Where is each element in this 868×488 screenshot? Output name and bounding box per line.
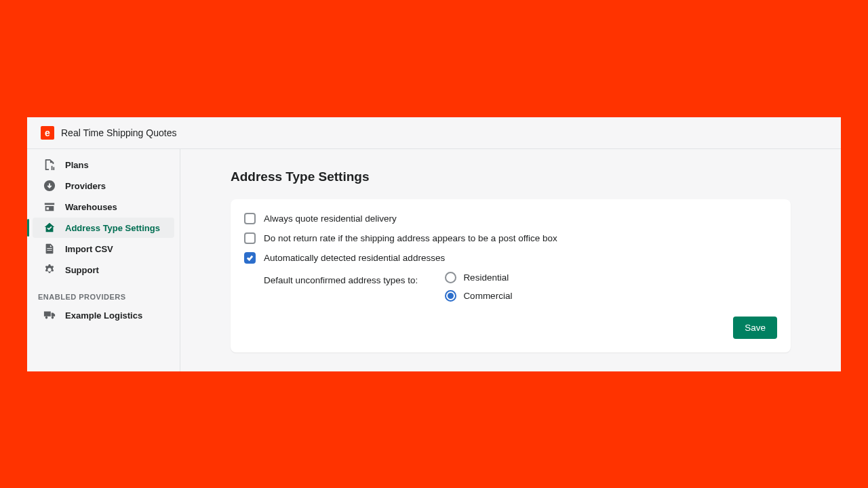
checkbox-icon (244, 213, 256, 224)
main-content: Address Type Settings Always quote resid… (180, 149, 841, 371)
default-address-type-section: Default unconfirmed address types to: Re… (244, 272, 777, 308)
sidebar-provider-item[interactable]: Example Logistics (33, 305, 174, 325)
settings-card: Always quote residential delivery Do not… (231, 199, 791, 352)
checkbox-label: Automatically detected residential addre… (264, 253, 445, 263)
checkbox-icon (244, 252, 256, 264)
sidebar-item-import-csv[interactable]: Import CSV (33, 239, 174, 259)
app-body: Plans Providers Warehouses Address Type … (27, 149, 841, 371)
radio-label: Residential (463, 272, 509, 283)
radio-icon (445, 272, 456, 283)
sidebar-item-label: Support (65, 265, 99, 275)
gear-icon (43, 264, 56, 276)
sidebar: Plans Providers Warehouses Address Type … (27, 149, 180, 371)
document-lines-icon (43, 159, 56, 171)
file-icon (43, 243, 56, 255)
radio-row-residential[interactable]: Residential (445, 272, 512, 283)
page-title: Address Type Settings (231, 169, 791, 184)
app-logo-letter: e (45, 127, 50, 138)
sidebar-item-address-type-settings[interactable]: Address Type Settings (33, 218, 174, 238)
card-actions: Save (244, 317, 777, 339)
download-circle-icon (43, 180, 56, 192)
sidebar-item-support[interactable]: Support (33, 260, 174, 280)
sidebar-item-label: Import CSV (65, 244, 113, 254)
truck-icon (43, 309, 56, 321)
radio-label: Commercial (463, 291, 512, 301)
checkbox-icon (244, 232, 256, 244)
home-check-icon (43, 222, 56, 234)
checkbox-label: Do not return rate if the shipping addre… (264, 233, 557, 243)
radio-icon (445, 290, 456, 302)
warehouse-icon (43, 201, 56, 213)
sidebar-item-label: Plans (65, 160, 89, 170)
app-logo: e (41, 126, 54, 140)
sidebar-item-plans[interactable]: Plans (33, 155, 174, 175)
sidebar-section-header: ENABLED PROVIDERS (27, 281, 180, 305)
radio-row-commercial[interactable]: Commercial (445, 290, 512, 302)
default-label: Default unconfirmed address types to: (264, 272, 418, 308)
sidebar-item-providers[interactable]: Providers (33, 176, 174, 196)
checkbox-row-residential[interactable]: Always quote residential delivery (244, 213, 777, 224)
sidebar-item-warehouses[interactable]: Warehouses (33, 197, 174, 217)
app-window: e Real Time Shipping Quotes Plans Provid… (27, 117, 841, 371)
checkbox-row-po-box[interactable]: Do not return rate if the shipping addre… (244, 232, 777, 244)
sidebar-provider-label: Example Logistics (65, 310, 142, 321)
sidebar-item-label: Address Type Settings (65, 223, 160, 233)
app-title: Real Time Shipping Quotes (61, 127, 176, 138)
radio-group: Residential Commercial (445, 272, 512, 308)
checkbox-row-auto-detect[interactable]: Automatically detected residential addre… (244, 252, 777, 264)
sidebar-item-label: Providers (65, 181, 106, 191)
sidebar-item-label: Warehouses (65, 202, 117, 212)
checkbox-label: Always quote residential delivery (264, 214, 397, 224)
app-header: e Real Time Shipping Quotes (27, 117, 841, 149)
save-button[interactable]: Save (733, 317, 777, 339)
